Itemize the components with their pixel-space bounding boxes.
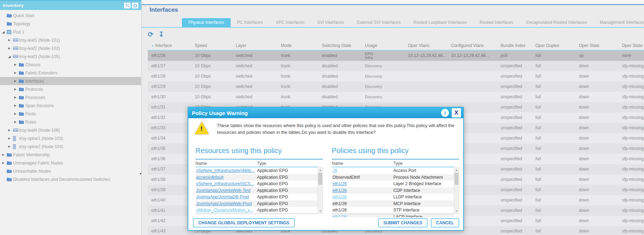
column-header-configured-vlans[interactable]: Configured Vlans	[447, 43, 497, 49]
expand-arrow-icon[interactable]: ▶	[14, 88, 19, 91]
sidebar-item-processes[interactable]: ▶Processes	[0, 93, 141, 101]
sidebar-item-topology[interactable]: Topology	[0, 20, 141, 28]
sidebar-item-fabric-extenders[interactable]: ▶Fabric Extenders	[0, 69, 141, 77]
expand-arrow-icon[interactable]: ▶	[8, 38, 13, 42]
column-header-layer[interactable]: Layer	[232, 43, 277, 49]
resource-link[interactable]: JoomlaApp/JoomlaWeb-Test	[196, 188, 251, 193]
column-header-speed[interactable]: Speed	[191, 43, 232, 49]
column-header-oper-state[interactable]: Oper State	[575, 43, 618, 49]
sidebar-item-fabric-membership[interactable]: ▶Fabric Membership	[0, 151, 141, 159]
sidebar-item-rules[interactable]: ▶Rules	[0, 118, 141, 126]
expand-arrow-icon[interactable]: ▶	[14, 71, 19, 74]
cancel-button[interactable]: CANCEL	[431, 218, 459, 228]
folder-icon	[7, 14, 13, 17]
expand-arrow-icon[interactable]: ▶	[14, 120, 19, 124]
expand-arrow-icon[interactable]: ▶	[14, 104, 19, 107]
sidebar-item-troy-leaf2-node-102[interactable]: ▶troy-leaf2 (Node-102)	[0, 44, 141, 52]
scroll-up-icon[interactable]: ▲	[318, 168, 323, 172]
column-header-switching-state[interactable]: Switching State	[318, 43, 361, 49]
resource-link[interactable]: vSphere_Infrastructure/iSCS...	[196, 181, 254, 186]
collapse-arrow-icon[interactable]: ◢	[8, 55, 13, 58]
dialog-titlebar[interactable]: Policy Usage Warning i X	[188, 108, 463, 118]
expand-arrow-icon[interactable]: ▶	[8, 129, 13, 132]
sidebar-item-disabled-interfaces-and-decommissioned-switches[interactable]: Disabled Interfaces and Decommissioned S…	[0, 175, 141, 183]
cell-bundle-index: unspecified	[497, 157, 532, 161]
tab-routed-loopback-interfaces[interactable]: Routed Loopback Interfaces	[407, 18, 473, 27]
sidebar-collapse-handle[interactable]: ◂	[140, 172, 141, 175]
change-global-deployment-settings-button[interactable]: CHANGE GLOBAL DEPLOYMENT SETTINGS	[193, 218, 295, 228]
scroll-down-icon[interactable]: ▼	[454, 209, 459, 213]
expand-arrow-icon[interactable]: ▶	[8, 137, 13, 140]
download-icon[interactable]: ↧	[158, 31, 164, 38]
column-header-mode[interactable]: Mode	[277, 43, 318, 49]
cell-oper-duplex: full	[532, 198, 575, 203]
tab-encapsulated-routed-interfaces[interactable]: Encapsulated Routed Interfaces	[520, 18, 593, 27]
sidebar-item-troy-leaf3-node-105[interactable]: ◢troy-leaf3 (Node-105)	[0, 52, 141, 61]
sidebar-item-chassis[interactable]: ▶Chassis	[0, 61, 141, 69]
tab-management-interfaces[interactable]: Management Interfaces	[593, 18, 644, 27]
column-header-oper-state-reason[interactable]: Oper State Reason	[618, 43, 644, 49]
expand-arrow-icon[interactable]: ▶	[8, 47, 13, 50]
sidebar-item-span-sessions[interactable]: ▶Span Sessions	[0, 101, 141, 110]
expand-arrow-icon[interactable]: ▶	[8, 145, 13, 148]
sidebar-item-interfaces[interactable]: ▶Interfaces	[0, 77, 141, 85]
expand-arrow-icon[interactable]: ▶	[2, 153, 7, 156]
table-row-eth1-30[interactable]: eth1/3010 GbpsswitchedtrunkdisabledDisco…	[148, 92, 644, 102]
sidebar-item-protocols[interactable]: ▶Protocols	[0, 85, 141, 93]
tab-pc-interfaces[interactable]: PC Interfaces	[231, 18, 269, 27]
policies-scrollbar[interactable]: ▲ ▼	[454, 167, 459, 214]
resources-scrollbar[interactable]: ▲ ▼	[318, 167, 323, 214]
scroll-up-icon[interactable]: ▲	[454, 168, 459, 172]
tab-vpc-interfaces[interactable]: VPC Interfaces	[269, 18, 311, 27]
tab-physical-interfaces[interactable]: Physical Interfaces	[182, 18, 231, 27]
column-header-oper-vlans[interactable]: Oper Vlans	[404, 43, 447, 49]
expand-arrow-icon[interactable]: ▶	[14, 96, 19, 99]
panel-grid-icon[interactable]	[124, 2, 131, 9]
sidebar-item-troy-leaf1-node-101[interactable]: ▶troy-leaf1 (Node-101)	[0, 36, 141, 44]
sidebar-item-unreachable-nodes[interactable]: Unreachable Nodes	[0, 167, 141, 175]
tab-external-svi-interfaces[interactable]: External SVI Interfaces	[351, 18, 407, 27]
tab-svi-interfaces[interactable]: SVI Interfaces	[311, 18, 350, 27]
resource-link[interactable]: access/default	[196, 175, 224, 180]
table-row-eth1-27[interactable]: eth1/2710 GbpsswitchedtrunkdisabledDisco…	[148, 61, 644, 71]
column-header-bundle-index[interactable]: Bundle Index	[497, 43, 532, 49]
column-header-usage[interactable]: Usage	[361, 43, 404, 49]
expand-arrow-icon[interactable]: ▶	[2, 161, 7, 164]
sidebar-item-troy-spine2-node-104[interactable]: ▶troy-spine2 (Node-104)	[0, 142, 141, 151]
resource-link[interactable]: vMotion_Clusters/vMotion_v...	[196, 208, 253, 213]
column-header-oper-duplex[interactable]: Oper Duplex	[532, 43, 575, 49]
panel-circle-icon[interactable]	[132, 2, 138, 9]
sidebar-item-troy-spine1-node-103[interactable]: ▶troy-spine1 (Node-103)	[0, 134, 141, 142]
close-icon[interactable]: X	[452, 108, 461, 118]
tab-routed-interfaces[interactable]: Routed Interfaces	[473, 18, 520, 27]
sidebar-item-quick-start[interactable]: Quick Start	[0, 11, 141, 20]
resource-link[interactable]: JoomlaApp/JoomlaWeb-Prod	[196, 201, 252, 206]
scroll-thumb[interactable]	[455, 173, 459, 185]
table-row-eth1-29[interactable]: eth1/2910 GbpsswitchedtrunkdisabledDisco…	[148, 82, 644, 92]
sidebar-item-unmanaged-fabric-nodes[interactable]: ▶Unmanaged Fabric Nodes	[0, 159, 141, 167]
resource-link[interactable]: vSphere_Infrastructure/vMoti...	[196, 168, 255, 173]
refresh-icon[interactable]: ⟳	[148, 31, 153, 38]
policy-link[interactable]: eth1/26	[333, 194, 347, 199]
policy-link[interactable]: eth1/26	[333, 181, 347, 186]
collapse-arrow-icon[interactable]: ◢	[2, 30, 7, 34]
sidebar-item-pod-1[interactable]: ◢Pod 1	[0, 28, 141, 36]
sidebar-item-pools[interactable]: ▶Pools	[0, 110, 141, 118]
submit-changes-button[interactable]: SUBMIT CHANGES	[378, 218, 428, 228]
expand-arrow-icon[interactable]: ▶	[14, 63, 19, 66]
sidebar-item-troy-leaf4-node-106[interactable]: ▶troy-leaf4 (Node-106)	[0, 126, 141, 134]
resource-link[interactable]: JoomlaApp/JoomlaDB-Prod	[196, 194, 249, 199]
policy-link[interactable]: 26	[333, 168, 337, 173]
policy-link[interactable]: eth1/26	[333, 188, 347, 193]
policy-link[interactable]: eth1/26	[333, 214, 347, 217]
scroll-down-icon[interactable]: ▼	[318, 209, 323, 213]
cell-interface: eth1/38	[148, 177, 191, 182]
expand-arrow-icon[interactable]: ▶	[14, 112, 19, 115]
table-row-eth1-26[interactable]: eth1/2610 GbpsswitchedtrunkenabledEPG In…	[148, 51, 644, 61]
column-header-interface[interactable]: ▲Interface	[148, 43, 191, 49]
table-row-eth1-28[interactable]: eth1/2810 GbpsswitchedtrunkdisabledDisco…	[148, 71, 644, 82]
info-icon[interactable]: i	[441, 109, 449, 117]
cell-oper-state: down	[575, 95, 618, 99]
scroll-thumb[interactable]	[318, 173, 322, 185]
expand-arrow-icon[interactable]: ▶	[14, 79, 19, 83]
